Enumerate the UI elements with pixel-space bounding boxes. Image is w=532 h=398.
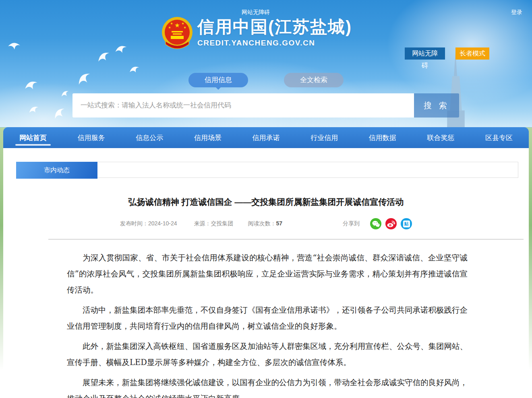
share-label: 分享到 <box>343 220 360 227</box>
nav-item-label: 信用数据 <box>369 133 396 142</box>
main-navbar: 网站首页 信用服务 信息公示 信用场景 信用承诺 行业信用 信用数据 联合奖惩 … <box>3 127 529 148</box>
nav-item-label: 联合奖惩 <box>427 133 454 142</box>
nav-active-underline <box>15 144 51 146</box>
source-value: 交投集团 <box>211 220 234 227</box>
nav-item-joint-rewards[interactable]: 联合奖惩 <box>424 127 457 148</box>
nav-item-label: 行业信用 <box>311 133 338 142</box>
tab-credit-info[interactable]: 信用信息 <box>188 73 248 87</box>
elder-mode-button[interactable]: 长者模式 <box>455 47 489 60</box>
nav-item-label: 区县专区 <box>485 133 513 142</box>
article-meta: 发布时间：2024-10-24 来源：交投集团 阅读次数：57 分享到 <box>3 218 529 229</box>
site-domain: CREDIT.YANCHENG.GOV.CN <box>197 39 352 47</box>
view-count-value: 57 <box>276 220 283 227</box>
nav-item-label: 信息公示 <box>136 133 163 142</box>
view-count: 阅读次数：57 <box>248 220 283 227</box>
publish-time-value: 2024-10-24 <box>148 220 177 227</box>
nav-item-label: 信用承诺 <box>253 133 280 142</box>
login-link[interactable]: 登录 <box>511 9 522 16</box>
article-paragraph: 展望未来，新盐集团将继续强化诚信建设，以国有企业的公信力为引领，带动全社会形成诚… <box>67 375 468 398</box>
svg-text:★: ★ <box>170 22 173 25</box>
svg-text:★: ★ <box>183 26 186 29</box>
search-button[interactable]: 搜 索 <box>414 93 459 118</box>
article-paragraph: 为深入贯彻国家、省、市关于社会信用体系建设的核心精神，营造“社会崇尚诚信、群众深… <box>67 250 468 298</box>
tieba-share-icon[interactable]: 贴 <box>401 218 412 229</box>
svg-text:★: ★ <box>174 22 180 29</box>
nav-item-credit-data[interactable]: 信用数据 <box>366 127 399 148</box>
site-title: 信用中国(江苏盐城) <box>197 16 352 38</box>
article-paragraph: 活动中，新盐集团本部率先垂范，不仅自身签订《国有企业信用承诺书》，还引领各子公司… <box>67 302 468 334</box>
article-source: 来源：交投集团 <box>194 220 234 227</box>
meta-divider <box>48 239 524 239</box>
weibo-share-icon[interactable] <box>385 218 397 229</box>
site-header: 网站无障碍 登录 ★ ★ ★ ★ ★ 信用中国(江苏盐城) CREDIT.YAN… <box>0 0 532 127</box>
article-title: 弘扬诚信精神 打造诚信国企 ——交投集团所属新盐集团开展诚信宣传活动 <box>52 196 480 208</box>
nav-item-home[interactable]: 网站首页 <box>17 127 49 148</box>
nav-item-district-zone[interactable]: 区县专区 <box>483 127 515 148</box>
tab-full-text-search[interactable]: 全文检索 <box>284 73 344 87</box>
section-tab-city-news[interactable]: 市内动态 <box>16 162 97 179</box>
section-tab-bar: 市内动态 <box>16 162 518 178</box>
content-panel: 市内动态 弘扬诚信精神 打造诚信国企 ——交投集团所属新盐集团开展诚信宣传活动 … <box>3 148 529 398</box>
tieba-glyph: 贴 <box>403 221 410 227</box>
nav-item-industry-credit[interactable]: 行业信用 <box>308 127 340 148</box>
accessibility-top-link[interactable]: 网站无障碍 <box>242 9 270 16</box>
view-count-label: 阅读次数： <box>248 220 276 227</box>
svg-text:★: ★ <box>168 26 171 29</box>
nav-item-credit-scenes[interactable]: 信用场景 <box>192 127 224 148</box>
publish-time: 发布时间：2024-10-24 <box>120 220 177 227</box>
article-body: 为深入贯彻国家、省、市关于社会信用体系建设的核心精神，营造“社会崇尚诚信、群众深… <box>67 250 468 398</box>
svg-text:★: ★ <box>181 22 184 25</box>
article-paragraph: 此外，新盐集团深入高铁枢纽、国省道服务区及加油站等人群密集区域，充分利用宣传栏、… <box>67 338 468 371</box>
nav-item-info-disclosure[interactable]: 信息公示 <box>133 127 166 148</box>
search-input[interactable] <box>72 93 414 118</box>
share-icon-group: 贴 <box>366 218 412 229</box>
national-emblem-icon: ★ ★ ★ ★ ★ <box>160 16 194 51</box>
search-bar: 搜 索 <box>72 93 459 118</box>
nav-item-label: 网站首页 <box>19 133 47 142</box>
nav-item-label: 信用服务 <box>78 133 105 142</box>
nav-item-credit-service[interactable]: 信用服务 <box>75 127 108 148</box>
site-logo[interactable]: ★ ★ ★ ★ ★ 信用中国(江苏盐城) CREDIT.YANCHENG.GOV… <box>160 16 352 51</box>
nav-item-label: 信用场景 <box>194 133 221 142</box>
wechat-share-icon[interactable] <box>370 218 381 229</box>
nav-item-credit-commitment[interactable]: 信用承诺 <box>250 127 282 148</box>
source-label: 来源： <box>194 220 211 227</box>
accessibility-button[interactable]: 网站无障碍 <box>405 47 445 60</box>
publish-time-label: 发布时间： <box>120 220 148 227</box>
